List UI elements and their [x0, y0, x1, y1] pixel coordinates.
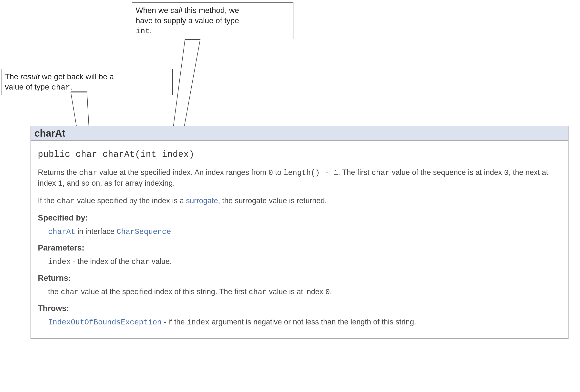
text: . [330, 287, 332, 296]
link-charat[interactable]: charAt [48, 228, 75, 236]
callout-result: The result we get back will be a value o… [1, 69, 173, 95]
parameters-label: Parameters: [38, 243, 561, 252]
code: 0 [325, 288, 330, 296]
description-para-2: If the char value specified by the index… [38, 196, 561, 206]
specified-by-value: charAt in interface CharSequence [48, 226, 561, 237]
text: value of type [5, 83, 51, 91]
callout-call: When we call this method, we have to sup… [132, 2, 293, 39]
code-char: char [51, 83, 70, 92]
link-surrogate[interactable]: surrogate [186, 196, 218, 205]
text: . [70, 83, 72, 91]
text: the [48, 287, 61, 296]
javadoc-panel: charAt public char charAt(int index) Ret… [30, 126, 569, 339]
text: value specified by the index is a [75, 196, 186, 205]
text: value at the specified index. An index r… [97, 168, 268, 177]
text: - if the [162, 318, 187, 326]
text: we get back will be a [39, 72, 114, 81]
text: Returns the [38, 168, 79, 177]
text: The [5, 72, 20, 81]
code: char [61, 288, 79, 296]
canvas: When we call this method, we have to sup… [0, 0, 580, 392]
parameter-row: index - the index of the char value. [48, 256, 561, 267]
link-exception[interactable]: IndexOutOfBoundsException [48, 318, 162, 327]
text: in interface [75, 227, 117, 236]
link-charsequence[interactable]: CharSequence [117, 228, 171, 236]
text-em: result [20, 72, 39, 81]
code: char [249, 288, 267, 296]
text: If the [38, 196, 57, 205]
description-para-1: Returns the char value at the specified … [38, 167, 561, 189]
code: char [79, 169, 97, 177]
code: char [372, 169, 390, 177]
text: argument is negative or not less than th… [209, 318, 416, 326]
code: index [187, 318, 209, 327]
code: length() - 1 [284, 169, 338, 177]
text: to [273, 168, 284, 177]
text: this method, we [182, 6, 239, 15]
text: , and so on, as for array indexing. [62, 179, 175, 187]
text: . The first [338, 168, 372, 177]
method-signature: public char charAt(int index) [38, 150, 561, 160]
text: , the surrogate value is returned. [218, 196, 327, 205]
specified-by-label: Specified by: [38, 213, 561, 222]
doc-body: public char charAt(int index) Returns th… [31, 141, 568, 338]
throws-value: IndexOutOfBoundsException - if the index… [48, 317, 561, 328]
text: value at the specified index of this str… [79, 287, 249, 296]
text: - the index of the [71, 257, 131, 266]
returns-label: Returns: [38, 274, 561, 283]
code: char [131, 258, 149, 266]
code: 1 [58, 179, 63, 188]
method-title: charAt [31, 126, 568, 141]
text: value. [150, 257, 172, 266]
code: 0 [269, 169, 273, 177]
returns-value: the char value at the specified index of… [48, 287, 561, 297]
text: When we [136, 6, 170, 15]
text-em: call [170, 6, 182, 15]
code-int: int [136, 27, 150, 36]
text: . [150, 26, 152, 35]
throws-label: Throws: [38, 304, 561, 313]
code: 0 [504, 169, 509, 177]
text: value is at index [267, 287, 325, 296]
text: have to supply a value of type [136, 16, 239, 25]
code: char [57, 197, 75, 205]
param-name: index [48, 258, 71, 266]
text: value of the sequence is at index [390, 168, 504, 177]
